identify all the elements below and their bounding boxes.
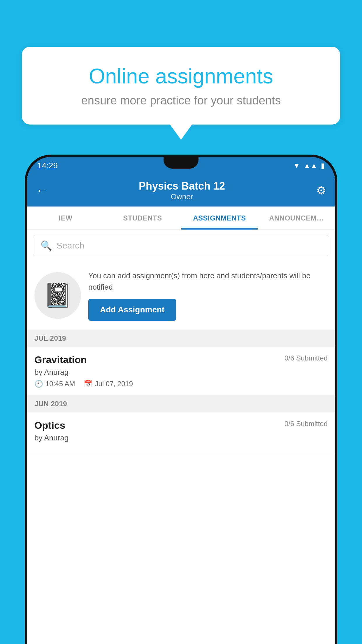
assignment-name-gravitation: Gravitation (34, 354, 87, 365)
assignment-date-gravitation: 📅 Jul 07, 2019 (84, 380, 133, 388)
assignment-submitted-optics: 0/6 Submitted (284, 420, 328, 428)
notch (164, 157, 198, 169)
assignment-row-top: Gravitation 0/6 Submitted (34, 354, 328, 365)
tab-assignments[interactable]: ASSIGNMENTS (181, 206, 258, 230)
signal-icon: ▲▲ (303, 162, 317, 170)
assignment-row-gravitation[interactable]: Gravitation 0/6 Submitted by Anurag 🕙 10… (27, 347, 335, 396)
tab-announcements[interactable]: ANNOUNCEM… (258, 206, 335, 230)
speech-bubble-wrapper: Online assignments ensure more practice … (22, 47, 340, 125)
add-assignment-content: You can add assignment(s) from here and … (88, 270, 328, 321)
assignment-by-gravitation: by Anurag (34, 368, 328, 377)
speech-bubble: Online assignments ensure more practice … (22, 47, 340, 125)
add-assignment-section: 📓 You can add assignment(s) from here an… (27, 261, 335, 330)
search-placeholder: Search (57, 241, 84, 251)
add-assignment-text: You can add assignment(s) from here and … (88, 270, 328, 293)
search-bar[interactable]: 🔍 Search (33, 235, 329, 256)
clock-icon: 🕙 (34, 380, 43, 388)
assignment-row-optics[interactable]: Optics 0/6 Submitted by Anurag (27, 412, 335, 453)
content-area: 🔍 Search 📓 You can add assignment(s) fro… (27, 230, 335, 644)
settings-icon[interactable]: ⚙ (316, 184, 326, 197)
tab-iew[interactable]: IEW (27, 206, 104, 230)
notebook-icon: 📓 (43, 282, 72, 309)
assignment-meta-gravitation: 🕙 10:45 AM 📅 Jul 07, 2019 (34, 380, 328, 388)
phone-frame: 14:29 ▼ ▲▲ ▮ ← Physics Batch 12 Owner ⚙ (25, 155, 337, 644)
assignment-icon-circle: 📓 (34, 272, 81, 319)
search-icon: 🔍 (41, 240, 52, 251)
assignment-submitted-gravitation: 0/6 Submitted (284, 354, 328, 362)
status-time: 14:29 (37, 161, 58, 170)
assignment-by-optics: by Anurag (34, 433, 328, 442)
app-bar-title: Physics Batch 12 (139, 180, 225, 192)
phone-screen: ← Physics Batch 12 Owner ⚙ IEW STUDENTS … (27, 174, 335, 644)
battery-icon: ▮ (321, 162, 325, 170)
search-bar-wrap: 🔍 Search (27, 230, 335, 261)
section-header-jul: JUL 2019 (27, 330, 335, 347)
section-header-jun: JUN 2019 (27, 396, 335, 412)
app-bar-title-wrap: Physics Batch 12 Owner (139, 180, 225, 201)
assignment-row-top-optics: Optics 0/6 Submitted (34, 420, 328, 431)
phone-inner: 14:29 ▼ ▲▲ ▮ ← Physics Batch 12 Owner ⚙ (27, 157, 335, 644)
app-bar: ← Physics Batch 12 Owner ⚙ (27, 174, 335, 206)
app-bar-subtitle: Owner (139, 192, 225, 201)
tabs-bar: IEW STUDENTS ASSIGNMENTS ANNOUNCEM… (27, 206, 335, 230)
bubble-title: Online assignments (42, 64, 320, 88)
assignment-name-optics: Optics (34, 420, 65, 431)
calendar-icon: 📅 (84, 380, 92, 388)
add-assignment-button[interactable]: Add Assignment (88, 299, 176, 321)
assignment-time-gravitation: 🕙 10:45 AM (34, 380, 75, 388)
back-button[interactable]: ← (36, 184, 48, 197)
status-bar: 14:29 ▼ ▲▲ ▮ (27, 157, 335, 174)
bubble-subtitle: ensure more practice for your students (42, 94, 320, 107)
status-icons: ▼ ▲▲ ▮ (293, 162, 325, 170)
wifi-icon: ▼ (293, 162, 300, 170)
tab-students[interactable]: STUDENTS (104, 206, 181, 230)
